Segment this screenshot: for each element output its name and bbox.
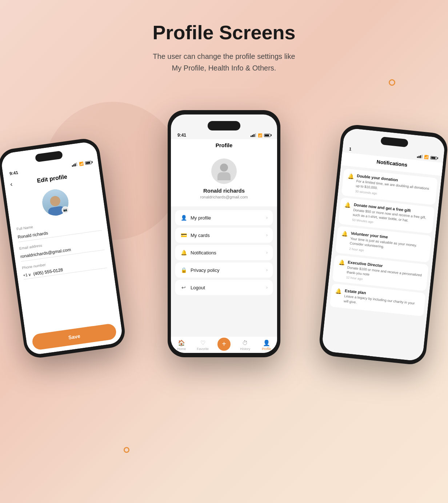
chevron-logout: ›	[266, 285, 268, 290]
phone-right-screen: 1 📶 Notifications 🔔 Double your donation	[321, 128, 445, 362]
profile-avatar	[211, 158, 237, 184]
notif-content-3: Volunteer your time Your time is just as…	[349, 231, 427, 258]
bell-icon-5: 🔔	[335, 288, 342, 295]
wifi-right: 📶	[424, 155, 429, 159]
pmi-left-mycards: 💳 My cards	[180, 232, 210, 238]
avatar-head	[49, 196, 61, 207]
chevron-notif: ›	[266, 250, 268, 255]
pmi-label-myprofile: My profile	[191, 215, 211, 221]
notif-content-4: Executive Director Donate $100 or more a…	[346, 260, 424, 287]
profile-icon: 👤	[263, 339, 270, 346]
chevron-mycards: ›	[266, 233, 268, 238]
menu-item-privacy[interactable]: 🔒 Privacy policy ›	[175, 262, 273, 278]
profile-header-bar: Profile	[171, 139, 277, 153]
pmi-label-mycards: My cards	[191, 233, 210, 238]
notif-content-2: Donate now and get a free gift Donate $5…	[352, 202, 430, 230]
bg-dot-bottom	[124, 447, 129, 453]
phones-container: 9:41 📶 ‹ Edit profile	[0, 92, 448, 437]
profile-menu: 👤 My profile › 💳 My cards ›	[171, 206, 277, 336]
menu-item-mycards[interactable]: 💳 My cards ›	[175, 228, 273, 243]
nav-favorite-label: Favorite	[197, 347, 209, 351]
time-center: 9:41	[177, 133, 186, 138]
nav-add[interactable]: +	[217, 340, 231, 351]
profile-name: Ronald richards	[203, 188, 245, 194]
dynamic-island-center	[208, 121, 240, 130]
add-button[interactable]: +	[217, 338, 231, 351]
page-title: Profile Screens	[0, 22, 448, 43]
bell-icon-2: 🔔	[344, 202, 351, 208]
signal-center	[251, 133, 256, 137]
page-subtitle: The user can change the profile settings…	[0, 51, 448, 74]
edit-profile-screen: 9:41 📶 ‹ Edit profile	[0, 141, 123, 356]
heart-icon: ♡	[200, 339, 205, 346]
profile-screen: 9:41 📶 Profile	[171, 114, 277, 353]
nav-profile-label: Profile	[262, 347, 271, 351]
save-button[interactable]: Save	[31, 323, 117, 351]
pa-head	[220, 164, 228, 172]
nav-home[interactable]: 🏠 Home	[174, 339, 189, 351]
phone-center: 9:41 📶 Profile	[168, 110, 280, 357]
avatar-person	[45, 193, 66, 217]
status-icons-center: 📶	[251, 133, 271, 137]
wifi-left: 📶	[79, 161, 83, 166]
battery-left	[85, 161, 92, 165]
pmi-label-notif: Notifications	[191, 250, 216, 255]
phone-left: 9:41 📶 ‹ Edit profile	[0, 137, 127, 360]
battery-center	[264, 134, 271, 137]
nav-history[interactable]: ⏱ History	[238, 340, 252, 351]
avatar-wrap: 📷	[41, 188, 70, 217]
bell-icon-3: 🔔	[341, 230, 348, 237]
person-icon: 👤	[180, 214, 187, 221]
profile-email: ronaldrichards@gmail.com	[200, 195, 248, 199]
home-icon: 🏠	[178, 339, 185, 346]
notif-content-1: Double your donation For a limited time,…	[355, 174, 433, 201]
pmi-left-logout: ↩ Logout	[180, 284, 205, 291]
chevron-myprofile: ›	[266, 215, 268, 220]
phone-left-screen: 9:41 📶 ‹ Edit profile	[0, 141, 123, 356]
notif-content-5: Estate plan Leave a legacy by including …	[343, 289, 421, 312]
signal-right	[417, 154, 423, 159]
nav-profile[interactable]: 👤 Profile	[259, 339, 274, 351]
bell-icon-1: 🔔	[347, 173, 354, 180]
notification-list: 🔔 Double your donation For a limited tim…	[321, 165, 441, 362]
chevron-privacy: ›	[266, 267, 268, 273]
signal-left	[72, 162, 77, 167]
status-icons-right: 📶	[417, 154, 437, 160]
profile-avatar-section: Ronald richards ronaldrichards@gmail.com	[171, 153, 277, 206]
profile-avatar-person	[216, 162, 232, 180]
screen-title-right: Notifications	[376, 159, 408, 168]
menu-item-myprofile[interactable]: 👤 My profile ›	[175, 210, 273, 225]
card-icon: 💳	[180, 232, 187, 238]
pa-body	[217, 172, 231, 180]
bell-icon-4: 🔔	[338, 259, 345, 266]
logout-icon: ↩	[180, 284, 187, 291]
menu-item-notifications[interactable]: 🔔 Notifications ›	[175, 245, 273, 260]
nav-home-label: Home	[177, 347, 186, 351]
back-button[interactable]: ‹	[10, 181, 13, 189]
pmi-left-privacy: 🔒 Privacy policy	[180, 267, 219, 273]
pmi-label-logout: Logout	[191, 285, 205, 290]
bell-icon: 🔔	[180, 249, 187, 256]
battery-right	[430, 156, 437, 160]
wifi-center: 📶	[258, 133, 262, 137]
bg-dot-top	[389, 79, 395, 86]
notifications-screen: 1 📶 Notifications 🔔 Double your donation	[321, 128, 445, 362]
header: Profile Screens The user can change the …	[0, 0, 448, 85]
screen-title-center: Profile	[216, 142, 233, 148]
bottom-nav: 🏠 Home ♡ Favorite + ⏱ History	[171, 336, 277, 353]
time-right: 1	[349, 146, 352, 152]
time-left: 9:41	[9, 170, 19, 176]
history-icon: ⏱	[242, 340, 248, 346]
nav-history-label: History	[240, 347, 250, 351]
pmi-left-myprofile: 👤 My profile	[180, 214, 211, 221]
phone-right: 1 📶 Notifications 🔔 Double your donation	[318, 124, 448, 366]
nav-favorite[interactable]: ♡ Favorite	[196, 339, 210, 351]
pmi-label-privacy: Privacy policy	[191, 267, 219, 273]
status-icons-left: 📶	[72, 160, 92, 167]
pmi-left-notif: 🔔 Notifications	[180, 249, 216, 256]
country-code: +1 ∨	[23, 272, 31, 278]
lock-icon: 🔒	[180, 267, 187, 273]
edit-profile-form: Full Name Email address Phone number +1 …	[11, 215, 120, 330]
menu-item-logout[interactable]: ↩ Logout ›	[175, 280, 273, 295]
phone-center-screen: 9:41 📶 Profile	[171, 114, 277, 353]
